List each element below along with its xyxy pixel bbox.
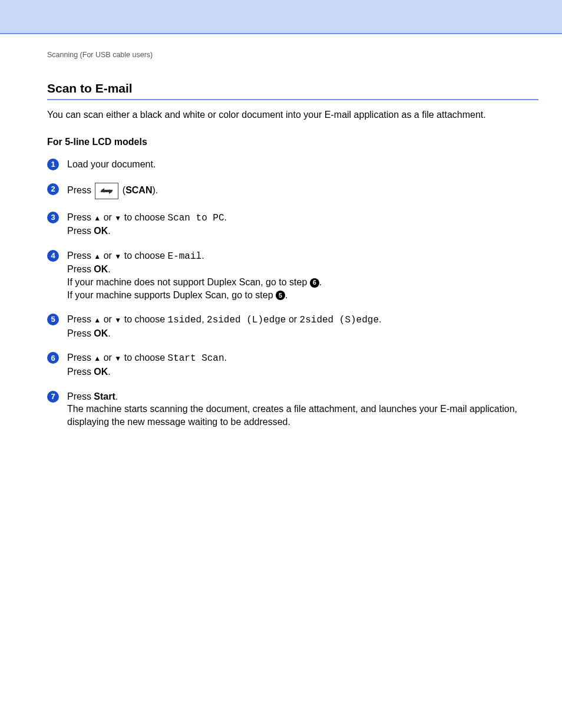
breadcrumb: Scanning (For USB cable users) (47, 51, 538, 59)
press-label: Press (67, 185, 94, 195)
menu-option: 2sided (S)edge (300, 315, 379, 325)
step-text: Press (SCAN). (67, 183, 538, 199)
start-label: Start (94, 391, 115, 401)
or-label: or (101, 314, 114, 324)
or-label: or (101, 251, 114, 261)
period: . (108, 367, 110, 377)
step-badge: 6 (47, 352, 59, 364)
ok-label: OK (94, 328, 108, 338)
period: . (108, 264, 110, 274)
to-choose-label: to choose (121, 314, 167, 324)
step-3: 3 Press ▲ or ▼ to choose Scan to PC. Pre… (47, 211, 538, 238)
period: . (224, 353, 227, 363)
period: . (115, 391, 118, 401)
menu-option: 1sided (168, 315, 202, 325)
press-label: Press (67, 328, 94, 338)
period: . (379, 314, 381, 324)
up-arrow-icon: ▲ (94, 316, 101, 324)
menu-option: Start Scan (168, 353, 224, 364)
ok-label: OK (94, 367, 108, 377)
step-7: 7 Press Start. The machine starts scanni… (47, 390, 538, 429)
step-text: Load your document. (67, 158, 538, 171)
to-choose-label: to choose (121, 212, 167, 222)
press-label: Press (67, 367, 94, 377)
press-label: Press (67, 226, 94, 236)
ok-label: OK (94, 226, 108, 236)
top-band (0, 0, 562, 34)
intro-text: You can scan either a black and white or… (47, 110, 538, 120)
down-arrow-icon: ▼ (114, 354, 121, 363)
no-duplex-line: If your machine does not support Duplex … (67, 277, 310, 287)
ok-label: OK (94, 264, 108, 274)
press-label: Press (67, 353, 94, 363)
to-choose-label: to choose (121, 353, 167, 363)
step-2: 2 Press (SCAN). (47, 183, 538, 199)
to-choose-label: to choose (121, 251, 167, 261)
step-badge: 7 (47, 391, 59, 403)
scan-key-icon (95, 183, 118, 199)
menu-option: 2sided (L)edge (207, 315, 286, 325)
step-ref-icon: 5 (276, 291, 285, 300)
or-label: or (101, 212, 114, 222)
step-text: Press ▲ or ▼ to choose Scan to PC. Press… (67, 211, 538, 238)
duplex-line: If your machine supports Duplex Scan, go… (67, 290, 276, 300)
scan-label: SCAN (125, 185, 152, 195)
period: . (285, 290, 287, 300)
period: . (201, 251, 204, 261)
down-arrow-icon: ▼ (114, 252, 121, 260)
section-title: Scan to E-mail (47, 81, 538, 95)
sep: or (286, 314, 299, 324)
step-badge: 5 (47, 314, 59, 325)
step-text: Press ▲ or ▼ to choose E-mail. Press OK.… (67, 249, 538, 301)
up-arrow-icon: ▲ (94, 354, 101, 363)
section-rule (47, 99, 538, 100)
press-label: Press (67, 391, 94, 401)
paren-close: ). (152, 185, 158, 195)
step-text: Press ▲ or ▼ to choose 1sided, 2sided (L… (67, 313, 538, 340)
down-arrow-icon: ▼ (114, 316, 121, 324)
step-badge: 2 (47, 183, 59, 195)
menu-option: Scan to PC (168, 213, 224, 223)
step-1: 1 Load your document. (47, 158, 538, 171)
down-arrow-icon: ▼ (114, 213, 121, 222)
period: . (224, 212, 227, 222)
step-4: 4 Press ▲ or ▼ to choose E-mail. Press O… (47, 249, 538, 301)
step-badge: 4 (47, 250, 59, 262)
up-arrow-icon: ▲ (94, 252, 101, 260)
menu-option: E-mail (168, 251, 202, 262)
step-badge: 3 (47, 212, 59, 223)
step-text: Press ▲ or ▼ to choose Start Scan. Press… (67, 351, 538, 378)
up-arrow-icon: ▲ (94, 213, 101, 222)
press-label: Press (67, 314, 94, 324)
step7-tail: The machine starts scanning the document… (67, 404, 517, 427)
period: . (108, 328, 110, 338)
subheading: For 5-line LCD models (47, 137, 538, 147)
step-ref-icon: 6 (310, 278, 319, 288)
period: . (319, 277, 322, 287)
sep: , (201, 314, 207, 324)
press-label: Press (67, 264, 94, 274)
page-body: Scanning (For USB cable users) Scan to E… (0, 34, 562, 428)
press-label: Press (67, 212, 94, 222)
or-label: or (101, 353, 114, 363)
period: . (108, 226, 110, 236)
step-5: 5 Press ▲ or ▼ to choose 1sided, 2sided … (47, 313, 538, 340)
step-6: 6 Press ▲ or ▼ to choose Start Scan. Pre… (47, 351, 538, 378)
step-badge: 1 (47, 159, 59, 170)
step-text: Press Start. The machine starts scanning… (67, 390, 538, 429)
press-label: Press (67, 251, 94, 261)
